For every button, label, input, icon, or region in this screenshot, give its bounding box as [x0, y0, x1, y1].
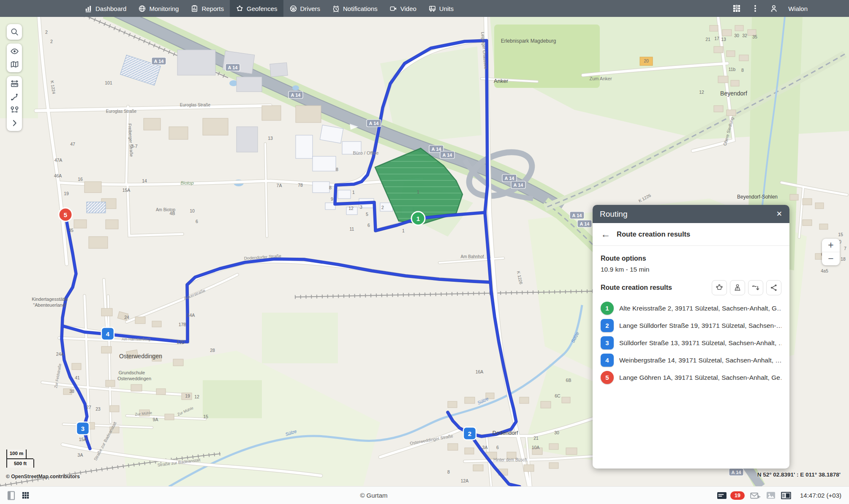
- route-save-tool-icon[interactable]: [748, 280, 763, 295]
- ruler-icon[interactable]: [7, 77, 22, 90]
- topbar-right: Wialon: [732, 0, 849, 17]
- map-label: Am Hamsterberg: [122, 337, 150, 341]
- map-label: 24: [124, 315, 129, 320]
- routing-panel-subheader: ← Route creation results: [593, 223, 789, 246]
- map-label: 46A: [54, 173, 62, 178]
- map-marker-3[interactable]: 3: [76, 422, 89, 435]
- map-label: 78: [298, 183, 303, 188]
- map-label: 47A: [54, 158, 63, 163]
- road-badge: A 14: [502, 174, 517, 182]
- routing-panel: Routing ✕ ← Route creation results Route…: [593, 205, 789, 469]
- map-label: 15A: [79, 437, 87, 442]
- map-label: 24A: [56, 351, 64, 357]
- road-badge: A 14: [729, 469, 743, 476]
- map-label: 30: [554, 430, 559, 435]
- back-arrow-icon[interactable]: ←: [601, 229, 610, 239]
- results-heading: Route creation results: [601, 284, 672, 292]
- kebab-menu-icon[interactable]: [751, 4, 759, 13]
- eye-icon[interactable]: [7, 45, 22, 58]
- routing-panel-title: Routing: [600, 210, 628, 219]
- nav-item-notifications[interactable]: Notifications: [326, 0, 384, 17]
- map-label: 7A: [277, 183, 282, 188]
- road-badge: A 14: [367, 120, 381, 127]
- svg-text:3: 3: [81, 425, 84, 432]
- map-label: 6B: [566, 378, 571, 383]
- stop-badge-3: 3: [601, 336, 614, 349]
- statusbar-right: 19 14:47:02 (+03): [717, 491, 849, 500]
- road-badge: A 14: [152, 57, 166, 65]
- clock-label: 14:47:02 (+03): [800, 492, 841, 499]
- user-icon[interactable]: [770, 4, 778, 13]
- nav-item-video[interactable]: Video: [384, 0, 422, 17]
- map-icon[interactable]: [7, 58, 22, 71]
- nav-item-drivers[interactable]: Drivers: [283, 0, 327, 17]
- map-label: 21: [705, 37, 710, 42]
- stop-address: Lange Göhren 1A, 39171 Sülzetal, Sachsen…: [619, 374, 781, 381]
- messages-icon[interactable]: [717, 491, 727, 500]
- svg-text:A 14: A 14: [580, 221, 590, 226]
- layout-split-icon[interactable]: [781, 491, 791, 500]
- map-label: 3: [360, 204, 362, 210]
- nav-item-units[interactable]: Units: [422, 0, 460, 17]
- apps-grid-icon[interactable]: [732, 4, 741, 13]
- mail-import-icon[interactable]: [750, 491, 761, 500]
- map-marker-2[interactable]: 2: [463, 427, 476, 440]
- map-label: 15: [838, 232, 843, 237]
- share-tool-icon[interactable]: [766, 280, 781, 295]
- map-label: 11: [350, 226, 354, 232]
- close-icon[interactable]: ✕: [776, 210, 782, 218]
- map-label: 14A: [187, 313, 195, 318]
- stop-row-1[interactable]: 1Alte Kreisstraße 2, 39171 Sülzetal, Sac…: [601, 300, 781, 317]
- geofences-icon: [236, 5, 244, 13]
- zoom-out-button[interactable]: −: [822, 252, 840, 265]
- geofence-tool-icon[interactable]: [712, 280, 727, 295]
- map-label: 12: [194, 394, 199, 399]
- map-label: Anker: [494, 78, 509, 84]
- stop-row-2[interactable]: 2Lange Sülldorfer Straße 19, 39171 Sülze…: [601, 317, 781, 334]
- stops-list: 1Alte Kreisstraße 2, 39171 Sülzetal, Sac…: [601, 300, 781, 386]
- stop-row-5[interactable]: 5Lange Göhren 1A, 39171 Sülzetal, Sachse…: [601, 369, 781, 386]
- image-icon[interactable]: [766, 491, 776, 500]
- brand-label[interactable]: Wialon: [788, 5, 808, 12]
- collapse-panel-icon[interactable]: [7, 490, 16, 501]
- chevron-right-icon[interactable]: [7, 117, 22, 130]
- monitoring-icon: [138, 5, 146, 13]
- stop-row-4[interactable]: 4Weinbergstraße 14, 39171 Sülzetal, Sach…: [601, 351, 781, 369]
- map-label: Beyendorf: [720, 90, 747, 97]
- apps-dark-grid-icon[interactable]: [22, 492, 29, 499]
- map-label: 1: [402, 228, 405, 233]
- map-label: 17: [714, 36, 719, 41]
- map-label: "Abenteuerland": [33, 302, 66, 308]
- stop-badge-4: 4: [601, 354, 614, 367]
- nav-item-geofences[interactable]: Geofences: [230, 0, 283, 17]
- map-label: 30: [734, 33, 739, 38]
- stop-row-3[interactable]: 3Sülldorfer Straße 13, 39171 Sülzetal, S…: [601, 334, 781, 351]
- nav-item-label: Video: [400, 5, 416, 12]
- svg-text:A 14: A 14: [228, 65, 238, 70]
- map-marker-1[interactable]: 1: [411, 212, 425, 225]
- notifications-count-badge[interactable]: 19: [730, 491, 745, 500]
- locator-tool-icon[interactable]: [730, 280, 745, 295]
- route-icon[interactable]: [7, 90, 22, 104]
- map-marker-4[interactable]: 4: [101, 327, 114, 340]
- map-label: 23: [95, 406, 101, 411]
- search-icon[interactable]: [7, 25, 22, 38]
- map-label: Osterweddingen: [119, 353, 162, 360]
- svg-text:2: 2: [468, 430, 471, 437]
- road-badge: A 14: [288, 91, 303, 98]
- route-summary: 10.9 km - 15 min: [601, 266, 781, 273]
- units-icon: [428, 5, 436, 13]
- map-label: 13: [721, 37, 726, 42]
- map-label: 4a5: [821, 268, 828, 273]
- road-badge: A 14: [511, 181, 525, 188]
- map-label: Kindertagesstätte: [32, 297, 68, 302]
- svg-text:A 14: A 14: [443, 153, 453, 158]
- nav-item-reports[interactable]: Reports: [185, 0, 230, 17]
- nav-item-dashboard[interactable]: Dashboard: [79, 0, 132, 17]
- nav-item-monitoring[interactable]: Monitoring: [132, 0, 185, 17]
- waypoints-icon[interactable]: [7, 104, 22, 117]
- road-badge: A 14: [570, 212, 584, 219]
- zoom-in-button[interactable]: +: [822, 239, 840, 252]
- stop-address: Sülldorfer Straße 13, 39171 Sülzetal, Sa…: [619, 339, 781, 347]
- map-marker-5[interactable]: 5: [59, 208, 72, 221]
